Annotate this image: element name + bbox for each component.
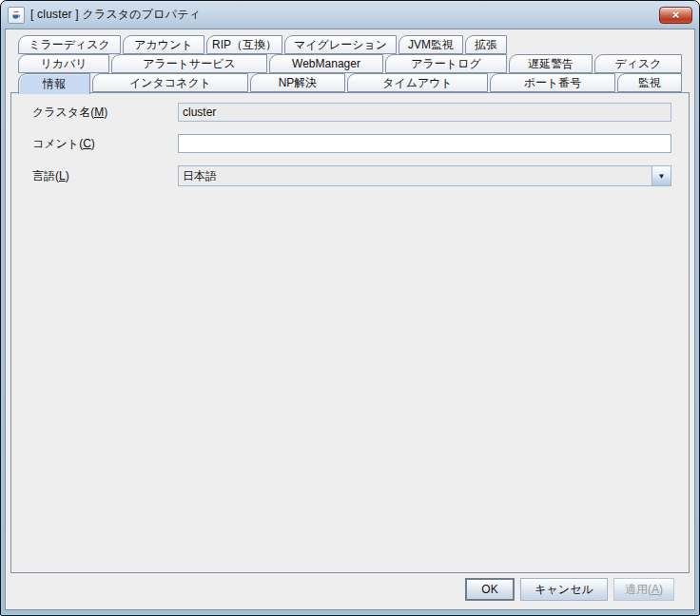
- language-label: 言語(L): [32, 168, 178, 184]
- tab-recovery[interactable]: リカバリ: [18, 54, 109, 73]
- tab-np-resolution[interactable]: NP解決: [250, 73, 345, 92]
- tab-alert-log[interactable]: アラートログ: [385, 54, 507, 73]
- cancel-button[interactable]: キャンセル: [520, 578, 608, 601]
- tab-port-number[interactable]: ポート番号: [490, 73, 615, 92]
- tab-account[interactable]: アカウント: [123, 35, 204, 54]
- tab-webmanager[interactable]: WebManager: [269, 54, 383, 73]
- tab-interconnect[interactable]: インタコネクト: [92, 73, 248, 92]
- tab-delay-warning[interactable]: 遅延警告: [509, 54, 593, 73]
- title-bar[interactable]: [ cluster ] クラスタのプロパティ ×: [5, 1, 695, 29]
- tab-monitor[interactable]: 監視: [617, 73, 682, 92]
- tab-strip: ミラーディスク アカウント RIP（互換） マイグレーション JVM監視 拡張 …: [10, 35, 690, 92]
- java-coffee-cup-icon: [8, 7, 25, 24]
- cluster-name-label: クラスタ名(M): [32, 105, 178, 121]
- ok-button[interactable]: OK: [465, 578, 515, 601]
- tab-extension[interactable]: 拡張: [465, 35, 507, 54]
- comment-label: コメント(C): [32, 136, 178, 152]
- tab-info[interactable]: 情報: [18, 73, 90, 94]
- tab-mirror-disk[interactable]: ミラーディスク: [18, 35, 121, 54]
- tab-disk[interactable]: ディスク: [594, 54, 682, 73]
- tab-rip-compat[interactable]: RIP（互換）: [206, 35, 282, 54]
- apply-button[interactable]: 適用(A): [613, 578, 674, 601]
- tab-timeout[interactable]: タイムアウト: [347, 73, 488, 92]
- window-title: [ cluster ] クラスタのプロパティ: [30, 7, 653, 23]
- chevron-down-icon[interactable]: ▼: [651, 166, 671, 185]
- close-button[interactable]: ×: [659, 7, 692, 24]
- language-dropdown[interactable]: 日本語 ▼: [178, 165, 671, 186]
- language-row: 言語(L) 日本語 ▼: [32, 165, 671, 186]
- tab-jvm-monitor[interactable]: JVM監視: [399, 35, 463, 54]
- cluster-properties-dialog: [ cluster ] クラスタのプロパティ × ミラーディスク アカウント R…: [0, 0, 700, 616]
- dialog-button-bar: OK キャンセル 適用(A): [10, 573, 690, 606]
- tab-row-1: ミラーディスク アカウント RIP（互換） マイグレーション JVM監視 拡張: [18, 35, 690, 54]
- cluster-name-row: クラスタ名(M): [32, 103, 671, 122]
- info-tab-panel: クラスタ名(M) コメント(C) 言語(L) 日本語 ▼: [10, 92, 690, 573]
- tab-alert-service[interactable]: アラートサービス: [111, 54, 267, 73]
- tab-row-2: リカバリ アラートサービス WebManager アラートログ 遅延警告 ディス…: [18, 54, 690, 73]
- tab-migration[interactable]: マイグレーション: [284, 35, 397, 54]
- comment-row: コメント(C): [32, 134, 671, 153]
- comment-field[interactable]: [178, 134, 671, 153]
- dialog-content: ミラーディスク アカウント RIP（互換） マイグレーション JVM監視 拡張 …: [5, 29, 695, 610]
- language-selected-value: 日本語: [179, 166, 651, 185]
- cluster-name-field[interactable]: [178, 103, 671, 122]
- tab-row-3: 情報 インタコネクト NP解決 タイムアウト ポート番号 監視: [18, 73, 690, 92]
